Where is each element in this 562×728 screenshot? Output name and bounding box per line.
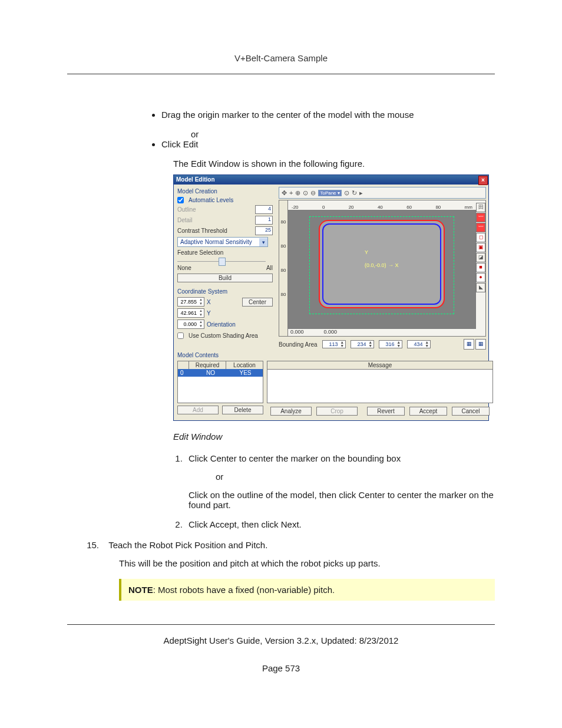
chevron-down-icon: ▾ xyxy=(259,238,267,246)
bound-x1-field[interactable]: 113▲▼ xyxy=(322,340,346,348)
ruler-left: 80808080 xyxy=(279,200,288,336)
zoom-100-icon[interactable]: ⊙ xyxy=(303,189,308,197)
feature-selection-label: Feature Selection xyxy=(177,249,223,256)
red-stroke1-icon[interactable]: 〰 xyxy=(476,213,485,222)
select-box-icon[interactable]: ◻ xyxy=(476,233,485,242)
bullet-drag: Drag the origin marker to the center of … xyxy=(161,110,495,120)
orientation-label: Orientation xyxy=(207,321,236,328)
slider-none-label: None xyxy=(177,265,191,271)
bound-y2-field[interactable]: 434▲▼ xyxy=(407,340,431,348)
y-spinner[interactable]: ▲▼ xyxy=(177,308,204,318)
delete-button[interactable]: Delete xyxy=(222,406,263,414)
step-15-number: 15. xyxy=(67,540,99,550)
custom-shading-checkbox[interactable] xyxy=(177,332,184,339)
slider-thumb[interactable] xyxy=(219,258,226,266)
canvas-toolbar: ✥ + ⊕ ⊙ ⊖ ToPane ▾ ⊙ ↻ ▸ xyxy=(279,187,486,199)
model-creation-label: Model Creation xyxy=(177,188,273,195)
orientation-spinner[interactable]: ▲▼ xyxy=(177,319,204,329)
bounding-area-label: Bounding Area xyxy=(279,341,318,348)
coordinate-system-label: Coordinate System xyxy=(177,288,273,295)
figure-caption: Edit Window xyxy=(173,431,495,442)
coord-readout: 0.0000.000 xyxy=(288,328,476,336)
header-rule xyxy=(67,74,495,74)
fit-box-icon[interactable]: ▣ xyxy=(476,243,485,252)
eraser-icon[interactable]: ◪ xyxy=(476,253,485,262)
step-15-body: This will be the position and pitch at w… xyxy=(119,558,495,568)
automatic-levels-checkbox[interactable] xyxy=(177,197,184,203)
cancel-button[interactable]: Cancel xyxy=(452,407,490,416)
layer-icon[interactable]: 田 xyxy=(476,203,485,212)
note-bold: NOTE xyxy=(128,585,153,595)
message-body xyxy=(267,370,493,403)
bullet-edit: Click Edit xyxy=(161,139,495,149)
x-label: X xyxy=(207,299,211,305)
tri-icon[interactable]: ◣ xyxy=(476,283,485,292)
edit-intro: The Edit Window is shown in the followin… xyxy=(173,159,495,169)
red-stroke2-icon[interactable]: 〰 xyxy=(476,223,485,232)
note-box: NOTE: Most robots have a fixed (non-vari… xyxy=(119,579,495,601)
message-header: Message xyxy=(267,361,493,370)
footer-rule xyxy=(67,624,495,625)
grid2-icon[interactable]: ▦ xyxy=(475,339,486,350)
table-row[interactable]: 0 NO YES xyxy=(178,369,263,377)
outline-label: Outline xyxy=(177,206,253,213)
step-2: Click Accept, then click Next. xyxy=(185,519,495,529)
axis-y-label: Y xyxy=(365,249,368,255)
add-button: Add xyxy=(177,406,219,414)
analyze-button[interactable]: Analyze xyxy=(270,407,312,416)
model-canvas[interactable]: 80808080 -20020406080mm Y (0.0 xyxy=(279,200,486,337)
contrast-threshold-label: Contrast Threshold xyxy=(177,228,253,234)
automatic-levels-label: Automatic Levels xyxy=(189,197,233,203)
canvas-right-toolbar: 田 〰 〰 ◻ ▣ ◪ ■ ● ◣ xyxy=(476,200,485,336)
step-1: Click Center to center the marker on the… xyxy=(185,453,495,510)
custom-shading-label: Use Custom Shading Area xyxy=(189,332,258,339)
zoom-fit-icon[interactable]: ⊙ xyxy=(344,189,349,197)
pan-icon[interactable]: ✥ xyxy=(282,189,287,197)
zoom-in-icon[interactable]: ⊕ xyxy=(295,189,300,197)
accept-button[interactable]: Accept xyxy=(409,407,447,416)
crop-button: Crop xyxy=(316,407,358,416)
axis-origin-label: (0.0,-0.0) xyxy=(365,262,386,268)
contrast-threshold-field[interactable]: 25 xyxy=(255,226,273,235)
pointer-icon[interactable]: ▸ xyxy=(359,189,363,197)
ruler-top: -20020406080mm xyxy=(288,200,476,210)
step-1-alt: Click on the outline of the model, then … xyxy=(189,490,495,510)
col-required: Required xyxy=(189,361,226,369)
topane-dropdown[interactable]: ToPane ▾ xyxy=(318,190,341,196)
axis-x-label: → X xyxy=(388,262,399,268)
center-button[interactable]: Center xyxy=(242,298,273,307)
or-text-2: or xyxy=(216,472,495,482)
stop-icon[interactable]: ■ xyxy=(476,263,485,272)
sensitivity-combo-value: Adaptive Normal Sensitivity xyxy=(180,239,252,245)
canvas-viewport[interactable]: Y (0.0,-0.0) → X xyxy=(288,210,476,328)
window-title: Model Edition xyxy=(176,176,215,183)
close-icon[interactable]: × xyxy=(478,176,488,185)
grid1-icon[interactable]: ▦ xyxy=(464,339,474,350)
sensitivity-combo[interactable]: Adaptive Normal Sensitivity ▾ xyxy=(177,237,268,247)
outline-field[interactable]: 4 xyxy=(255,205,273,214)
feature-slider[interactable] xyxy=(177,258,266,265)
record-icon[interactable]: ● xyxy=(476,273,485,282)
build-button[interactable]: Build xyxy=(177,274,273,282)
bound-y1-field[interactable]: 234▲▼ xyxy=(351,340,374,348)
footer-line-2: Page 573 xyxy=(67,663,495,673)
zoom-out-icon[interactable]: ⊖ xyxy=(310,189,316,197)
or-text-1: or xyxy=(191,129,495,139)
model-contents-table[interactable]: Required Location 0 NO YES xyxy=(177,361,263,403)
slider-all-label: All xyxy=(266,265,273,271)
col-location: Location xyxy=(226,361,263,369)
note-text: : Most robots have a fixed (non-variable… xyxy=(153,585,335,595)
model-contents-label: Model Contents xyxy=(177,352,485,358)
refresh-icon[interactable]: ↻ xyxy=(352,189,357,197)
detail-field[interactable]: 1 xyxy=(255,216,273,225)
y-label: Y xyxy=(207,310,211,317)
window-titlebar[interactable]: Model Edition × xyxy=(174,175,488,185)
edit-window-dialog: Model Edition × Model Creation Automatic… xyxy=(173,174,489,421)
footer-line-1: AdeptSight User's Guide, Version 3.2.x, … xyxy=(67,635,495,645)
detail-label: Detail xyxy=(177,217,253,223)
page-header-title: V+Belt-Camera Sample xyxy=(67,53,495,63)
bound-x2-field[interactable]: 316▲▼ xyxy=(379,340,402,348)
crosshair-icon[interactable]: + xyxy=(289,189,293,196)
x-spinner[interactable]: ▲▼ xyxy=(177,297,204,307)
revert-button[interactable]: Revert xyxy=(367,407,405,416)
